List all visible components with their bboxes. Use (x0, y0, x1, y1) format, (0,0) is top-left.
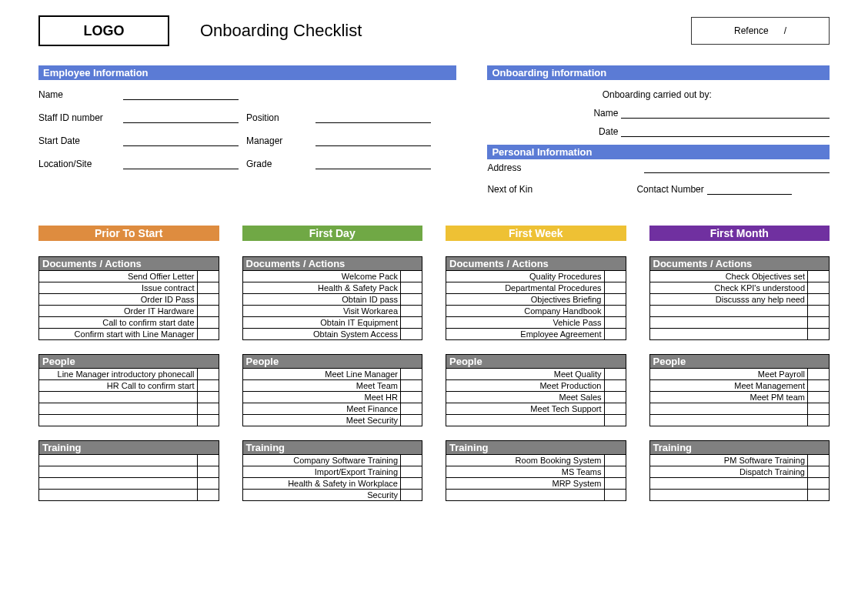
item-cell: Meet Sales (446, 392, 605, 403)
check-cell[interactable] (604, 466, 626, 478)
check-cell[interactable] (401, 478, 422, 490)
check-cell[interactable] (197, 392, 219, 403)
check-cell[interactable] (197, 282, 219, 294)
field-position[interactable] (315, 112, 431, 123)
field-grade[interactable] (315, 159, 431, 169)
check-cell[interactable] (604, 403, 626, 415)
reference-sep: / (784, 25, 786, 36)
field-address[interactable] (644, 162, 830, 173)
employee-form: Name Staff ID number Position Start Date… (38, 89, 456, 169)
item-cell: Security (242, 490, 401, 501)
check-cell[interactable] (808, 478, 830, 490)
check-cell[interactable] (604, 306, 626, 317)
check-cell[interactable] (197, 490, 219, 501)
check-cell[interactable] (604, 317, 626, 329)
field-location[interactable] (123, 159, 239, 169)
lbl-startdate: Start Date (38, 135, 115, 146)
check-cell[interactable] (604, 294, 626, 306)
check-cell[interactable] (197, 329, 219, 340)
item-cell (39, 415, 198, 426)
check-cell[interactable] (808, 415, 830, 426)
check-cell[interactable] (604, 282, 626, 294)
check-cell[interactable] (808, 282, 830, 294)
item-cell: HR Call to confirm start (39, 380, 198, 392)
phase-column: First WeekDocuments / ActionsQuality Pro… (446, 226, 626, 515)
lbl-name: Name (38, 89, 115, 100)
check-cell[interactable] (401, 271, 422, 282)
check-cell[interactable] (808, 306, 830, 317)
item-cell: Meet Management (649, 380, 808, 392)
check-cell[interactable] (808, 317, 830, 329)
check-cell[interactable] (808, 380, 830, 392)
item-cell (39, 466, 198, 478)
check-cell[interactable] (604, 455, 626, 466)
check-cell[interactable] (401, 380, 422, 392)
item-cell: Call to confirm start date (39, 317, 198, 329)
phase-column: First DayDocuments / ActionsWelcome Pack… (242, 226, 423, 515)
item-cell (446, 490, 605, 501)
check-cell[interactable] (401, 294, 422, 306)
item-cell: Quality Procedures (446, 271, 605, 282)
check-cell[interactable] (197, 466, 219, 478)
check-cell[interactable] (197, 294, 219, 306)
field-name[interactable] (123, 89, 239, 100)
check-cell[interactable] (808, 466, 830, 478)
check-cell[interactable] (401, 317, 422, 329)
check-cell[interactable] (401, 490, 422, 501)
check-cell[interactable] (197, 455, 219, 466)
check-cell[interactable] (401, 455, 422, 466)
section-table: Company Software TrainingImport/Export T… (242, 454, 423, 501)
check-cell[interactable] (401, 329, 422, 340)
check-cell[interactable] (401, 282, 422, 294)
check-cell[interactable] (808, 455, 830, 466)
check-cell[interactable] (808, 329, 830, 340)
check-cell[interactable] (808, 294, 830, 306)
item-cell: Room Booking System (446, 455, 605, 466)
item-cell: Meet PM team (649, 392, 808, 403)
check-cell[interactable] (401, 415, 422, 426)
check-cell[interactable] (808, 271, 830, 282)
item-cell: Issue contract (39, 282, 198, 294)
check-cell[interactable] (808, 392, 830, 403)
item-cell: Obtain System Access (242, 329, 401, 340)
check-cell[interactable] (401, 369, 422, 380)
check-cell[interactable] (401, 306, 422, 317)
item-cell (649, 478, 808, 490)
item-cell: Meet Quality (446, 369, 605, 380)
check-cell[interactable] (604, 329, 626, 340)
check-cell[interactable] (401, 392, 422, 403)
check-cell[interactable] (604, 490, 626, 501)
check-cell[interactable] (401, 466, 422, 478)
field-contact[interactable] (707, 184, 792, 195)
check-cell[interactable] (604, 415, 626, 426)
section-table: Quality ProceduresDepartmental Procedure… (446, 270, 626, 340)
check-cell[interactable] (197, 403, 219, 415)
check-cell[interactable] (401, 403, 422, 415)
check-cell[interactable] (197, 369, 219, 380)
check-cell[interactable] (604, 478, 626, 490)
item-cell (649, 329, 808, 340)
check-cell[interactable] (197, 306, 219, 317)
check-cell[interactable] (604, 271, 626, 282)
check-cell[interactable] (808, 369, 830, 380)
check-cell[interactable] (604, 380, 626, 392)
field-manager[interactable] (315, 135, 431, 146)
check-cell[interactable] (808, 490, 830, 501)
check-cell[interactable] (197, 478, 219, 490)
check-cell[interactable] (604, 392, 626, 403)
field-onb-name[interactable] (621, 108, 830, 119)
section-table: Line Manager introductory phonecallHR Ca… (38, 368, 219, 426)
check-cell[interactable] (197, 317, 219, 329)
check-cell[interactable] (197, 380, 219, 392)
field-staffid[interactable] (123, 112, 239, 123)
field-onb-date[interactable] (621, 126, 830, 137)
check-cell[interactable] (197, 415, 219, 426)
check-cell[interactable] (197, 271, 219, 282)
item-cell (649, 306, 808, 317)
band-employee-info: Employee Information (38, 65, 456, 80)
check-cell[interactable] (604, 369, 626, 380)
field-startdate[interactable] (123, 135, 239, 146)
check-cell[interactable] (808, 403, 830, 415)
section-table: Welcome PackHealth & Safety PackObtain I… (242, 270, 423, 340)
reference-box: Refence / (691, 17, 830, 45)
